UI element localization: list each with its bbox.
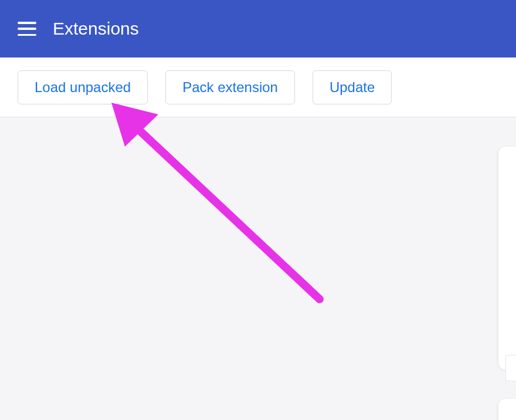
toolbar: Load unpacked Pack extension Update (0, 57, 516, 117)
update-button[interactable]: Update (313, 70, 392, 104)
hamburger-menu-icon[interactable] (18, 22, 36, 36)
pack-extension-button[interactable]: Pack extension (165, 70, 295, 104)
card-inner-element (505, 355, 516, 381)
extension-card-peek (498, 399, 516, 420)
load-unpacked-button[interactable]: Load unpacked (18, 70, 148, 104)
page-title: Extensions (53, 19, 139, 39)
content-area (0, 117, 516, 420)
extension-card-peek (498, 147, 516, 370)
app-header: Extensions (0, 0, 516, 57)
